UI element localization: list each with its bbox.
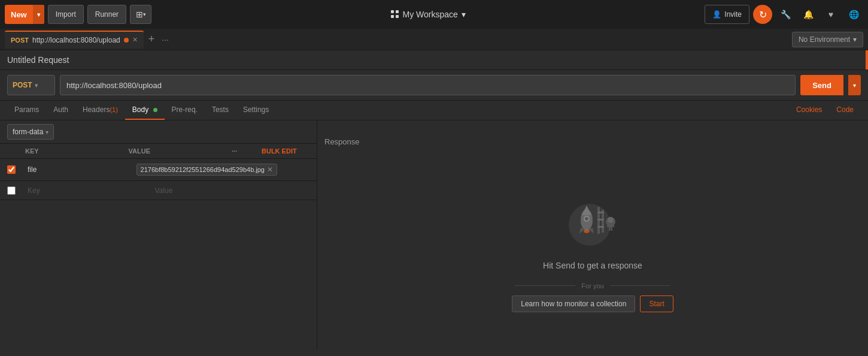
monitor-collection-button[interactable]: Learn how to monitor a collection	[512, 295, 635, 312]
nav-icons-right: ↻ 🔧 🔔 ♥ 🌐	[753, 5, 863, 24]
body-type-label: form-data	[13, 128, 43, 136]
send-button[interactable]: Send	[800, 75, 843, 95]
invite-label: Invite	[724, 10, 742, 19]
layout-icon: ⊞	[136, 10, 143, 19]
new-button-label: New	[5, 10, 33, 19]
unsaved-indicator	[866, 50, 868, 70]
value-column-header: VALUE	[129, 147, 232, 155]
request-title: Untitled Request	[7, 55, 69, 65]
workspace-selector[interactable]: My Workspace ▾	[155, 10, 701, 19]
new-dropdown-arrow[interactable]: ▾	[33, 5, 44, 24]
tab-more-button[interactable]: ···	[159, 35, 171, 44]
tab-cookies[interactable]: Cookies	[789, 101, 829, 120]
for-you-section: For you Learn how to monitor a collectio…	[512, 282, 673, 312]
globe-icon: 🌐	[849, 10, 859, 19]
sync-icon: ↻	[759, 9, 767, 20]
bulk-edit-button[interactable]: Bulk Edit	[262, 147, 309, 155]
favorites-button[interactable]: ♥	[821, 5, 840, 24]
main-content: form-data ▾ KEY VALUE ··· Bulk Edit file…	[0, 120, 868, 349]
key-cell-placeholder[interactable]: Key	[25, 184, 153, 197]
layout-button[interactable]: ⊞ ▾	[130, 5, 151, 24]
request-tabs: Params Auth Headers(1) Body Pre-req. Tes…	[0, 101, 868, 120]
tab-settings[interactable]: Settings	[236, 101, 276, 120]
new-button[interactable]: New ▾	[5, 5, 44, 24]
tab-params[interactable]: Params	[7, 101, 46, 120]
import-button[interactable]: Import	[48, 5, 84, 24]
table-row: file 2176bf8b59212f2551266d94ad529b4b.jp…	[0, 159, 317, 181]
hit-send-message: Hit Send to get a response	[543, 261, 642, 270]
body-active-dot	[153, 108, 157, 112]
account-button[interactable]: 🌐	[844, 5, 863, 24]
env-dropdown-icon: ▾	[853, 35, 857, 44]
notifications-button[interactable]: 🔔	[799, 5, 818, 24]
method-select[interactable]: POST ▾	[7, 75, 55, 95]
kv-header: KEY VALUE ··· Bulk Edit	[0, 144, 317, 159]
key-cell-1[interactable]: file	[25, 163, 134, 176]
kv-table: KEY VALUE ··· Bulk Edit file 2176bf8b592…	[0, 144, 317, 349]
value-cell-placeholder[interactable]: Value	[153, 184, 280, 197]
heart-icon: ♥	[828, 10, 833, 19]
svg-rect-5	[597, 226, 604, 228]
row-checkbox-2[interactable]	[7, 186, 16, 195]
file-badge: 2176bf8b59212f2551266d94ad529b4b.jpg ✕	[136, 164, 277, 176]
table-row: Key Value	[0, 181, 317, 200]
body-type-select[interactable]: form-data ▾	[7, 124, 54, 140]
send-dropdown-button[interactable]: ▾	[848, 75, 861, 95]
file-name: 2176bf8b59212f2551266d94ad529b4b.jpg	[141, 166, 265, 173]
value-cell-1[interactable]: 2176bf8b59212f2551266d94ad529b4b.jpg ✕	[134, 161, 280, 178]
url-input[interactable]	[60, 75, 796, 95]
tab-headers[interactable]: Headers(1)	[75, 101, 125, 120]
file-remove-icon[interactable]: ✕	[267, 165, 273, 174]
svg-rect-16	[607, 224, 609, 227]
svg-point-14	[608, 217, 614, 223]
url-bar: POST ▾ Send ▾	[0, 70, 868, 101]
tab-close-icon[interactable]: ✕	[132, 36, 138, 44]
svg-point-9	[585, 217, 588, 221]
request-tab-active[interactable]: POST http://localhost:8080/upload ✕	[5, 31, 144, 49]
for-you-divider: For you	[515, 282, 670, 289]
environment-label: No Environment	[799, 35, 850, 44]
svg-point-12	[584, 230, 590, 233]
invite-button[interactable]: 👤 Invite	[705, 5, 749, 24]
tab-prereq[interactable]: Pre-req.	[165, 101, 205, 120]
runner-button[interactable]: Runner	[87, 5, 126, 24]
tab-body[interactable]: Body	[125, 101, 165, 120]
workspace-name: My Workspace	[403, 10, 458, 19]
monitor-row: Learn how to monitor a collection Start	[512, 295, 673, 312]
response-empty-state: Hit Send to get a response For you Learn…	[317, 151, 868, 349]
key-column-header: KEY	[25, 147, 129, 155]
rocket-illustration	[557, 189, 629, 249]
layout-arrow-icon: ▾	[143, 11, 146, 17]
method-label: POST	[13, 81, 32, 89]
top-nav: New ▾ Import Runner ⊞ ▾ My Workspace ▾ 👤…	[0, 0, 868, 29]
environment-selector[interactable]: No Environment ▾	[792, 32, 863, 47]
right-panel: Response	[317, 120, 868, 349]
svg-rect-19	[611, 228, 613, 231]
workspace-grid-icon	[391, 10, 399, 19]
response-title: Response	[317, 132, 367, 151]
tab-unsaved-dot	[124, 38, 129, 43]
wrench-icon: 🔧	[781, 10, 791, 19]
bell-icon: 🔔	[803, 10, 814, 19]
body-toolbar: form-data ▾	[0, 120, 317, 144]
sync-button[interactable]: ↻	[753, 5, 772, 24]
more-column-header: ···	[232, 147, 262, 155]
settings-button[interactable]: 🔧	[776, 5, 795, 24]
svg-rect-18	[609, 228, 611, 231]
svg-rect-4	[597, 219, 604, 221]
row-checkbox-1[interactable]	[7, 165, 16, 174]
svg-rect-3	[597, 212, 604, 213]
tab-tests[interactable]: Tests	[205, 101, 236, 120]
invite-user-icon: 👤	[712, 10, 721, 19]
start-button[interactable]: Start	[640, 295, 673, 312]
tab-code[interactable]: Code	[829, 101, 861, 120]
tab-url-label: http://localhost:8080/upload	[32, 36, 120, 44]
workspace-dropdown-icon: ▾	[462, 10, 466, 19]
tab-auth[interactable]: Auth	[46, 101, 75, 120]
body-type-dropdown-icon: ▾	[45, 129, 48, 135]
tab-add-button[interactable]: +	[146, 33, 157, 46]
svg-rect-17	[612, 224, 614, 227]
for-you-label: For you	[581, 282, 603, 289]
send-dropdown-icon: ▾	[853, 82, 856, 89]
left-panel: form-data ▾ KEY VALUE ··· Bulk Edit file…	[0, 120, 317, 349]
